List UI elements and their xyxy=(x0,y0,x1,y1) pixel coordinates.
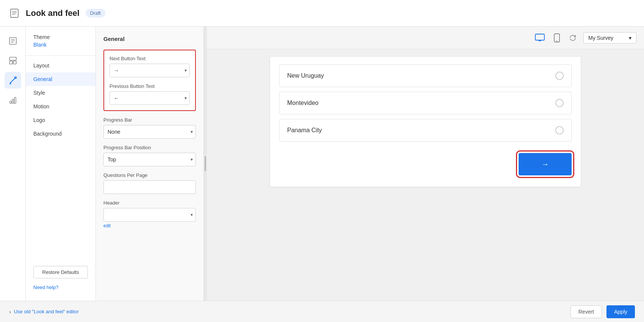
nav-item-logo[interactable]: Logo xyxy=(26,113,95,127)
theme-section: Theme Blank xyxy=(26,34,95,56)
progress-bar-group: Progress Bar None Percentage Steps Ratio… xyxy=(103,117,196,139)
center-settings-panel: General Next Button Text → Next Continue… xyxy=(96,27,204,301)
choice-option-2-text: Montevideo xyxy=(287,100,319,106)
questions-per-page-group: Questions Per Page xyxy=(103,172,196,194)
left-nav-panel: Theme Blank Layout General Style Motion … xyxy=(26,27,96,301)
survey-selector-label: My Survey xyxy=(588,35,613,41)
bottom-bar-chevron-icon[interactable]: › xyxy=(9,309,11,315)
nav-item-background[interactable]: Background xyxy=(26,127,95,141)
header-icon xyxy=(9,8,20,19)
svg-rect-12 xyxy=(10,101,11,103)
prev-button-text-group: Previous Button Text ← Back Previous ▾ xyxy=(109,83,190,105)
prev-button-text-wrapper: ← Back Previous ▾ xyxy=(109,91,190,105)
main-layout: Theme Blank Layout General Style Motion … xyxy=(0,27,644,301)
progress-bar-position-group: Progress Bar Position Top Bottom ▾ xyxy=(103,145,196,166)
sidebar-results-btn[interactable] xyxy=(5,92,21,108)
svg-rect-13 xyxy=(12,99,14,103)
nav-item-style[interactable]: Style xyxy=(26,86,95,100)
choice-option-2-radio xyxy=(555,99,564,107)
progress-bar-position-label: Progress Bar Position xyxy=(103,145,196,150)
svg-rect-9 xyxy=(9,61,13,64)
svg-rect-8 xyxy=(9,57,16,60)
progress-bar-select[interactable]: None Percentage Steps Ratio xyxy=(103,125,196,139)
progress-bar-position-select[interactable]: Top Bottom xyxy=(103,153,196,166)
next-button-preview-arrow: → xyxy=(541,160,549,168)
choice-option-2[interactable]: Montevideo xyxy=(279,92,572,114)
refresh-button[interactable] xyxy=(567,32,579,44)
bottom-actions: Revert Apply xyxy=(571,305,635,318)
desktop-view-button[interactable] xyxy=(533,31,547,44)
center-panel-title: General xyxy=(103,36,196,42)
survey-selector-chevron-icon: ▾ xyxy=(629,35,631,41)
next-button-text-group: Next Button Text → Next Continue ▾ xyxy=(109,56,190,77)
nav-item-motion[interactable]: Motion xyxy=(26,100,95,113)
page-title: Look and feel xyxy=(26,8,80,18)
restore-defaults-button[interactable]: Restore Defaults xyxy=(33,266,88,278)
svg-rect-0 xyxy=(11,9,18,17)
svg-rect-15 xyxy=(535,34,544,40)
progress-bar-label: Progress Bar xyxy=(103,117,196,123)
page-header: Look and feel Draft xyxy=(0,0,644,27)
progress-bar-position-wrapper: Top Bottom ▾ xyxy=(103,153,196,166)
choice-option-3-text: Panama City xyxy=(287,127,322,134)
sidebar-layout-btn[interactable] xyxy=(5,52,21,69)
nav-items-list: Layout General Style Motion Logo Backgro… xyxy=(26,59,95,141)
theme-label: Theme xyxy=(33,34,88,40)
header-select[interactable] xyxy=(103,208,196,222)
next-button-text-select[interactable]: → Next Continue xyxy=(109,64,190,77)
preview-panel: My Survey ▾ New Uruguay Montevideo xyxy=(207,27,644,301)
svg-rect-14 xyxy=(14,97,16,103)
progress-bar-wrapper: None Percentage Steps Ratio ▾ xyxy=(103,125,196,139)
questions-per-page-input[interactable] xyxy=(103,180,196,194)
header-edit-link[interactable]: edit xyxy=(103,223,111,228)
survey-selector[interactable]: My Survey ▾ xyxy=(583,32,636,44)
button-text-section: Next Button Text → Next Continue ▾ Previ… xyxy=(103,50,196,111)
svg-rect-10 xyxy=(13,61,16,64)
need-help-link[interactable]: Need help? xyxy=(26,281,95,293)
divider-handle xyxy=(205,156,206,171)
sidebar-lookandfeel-btn[interactable] xyxy=(5,72,21,89)
header-wrapper: ▾ xyxy=(103,208,196,222)
survey-card-inner: New Uruguay Montevideo Panama City xyxy=(270,57,581,187)
preview-toolbar: My Survey ▾ xyxy=(207,27,644,49)
theme-value[interactable]: Blank xyxy=(33,42,88,48)
draft-badge: Draft xyxy=(86,9,105,17)
next-button-text-wrapper: → Next Continue ▾ xyxy=(109,64,190,77)
next-button-preview[interactable]: → xyxy=(519,153,572,175)
use-old-editor-link[interactable]: Use old "Look and feel" editor xyxy=(14,309,79,314)
choice-option-3-radio xyxy=(555,126,564,134)
preview-content: New Uruguay Montevideo Panama City xyxy=(207,49,644,301)
prev-button-text-select[interactable]: ← Back Previous xyxy=(109,91,190,105)
svg-point-19 xyxy=(556,40,557,41)
icon-sidebar xyxy=(0,27,26,301)
nav-item-layout[interactable]: Layout xyxy=(26,59,95,72)
sidebar-survey-list-btn[interactable] xyxy=(5,33,21,49)
next-button-text-label: Next Button Text xyxy=(109,56,190,61)
choice-option-1-radio xyxy=(555,72,564,80)
mobile-view-button[interactable] xyxy=(552,31,562,45)
header-group: Header ▾ edit xyxy=(103,200,196,229)
revert-button[interactable]: Revert xyxy=(571,305,602,318)
panel-divider xyxy=(204,27,207,301)
header-label: Header xyxy=(103,200,196,206)
bottom-bar: › Use old "Look and feel" editor Revert … xyxy=(0,301,644,322)
nav-item-general[interactable]: General xyxy=(26,72,95,86)
choice-option-3[interactable]: Panama City xyxy=(279,119,572,142)
choice-option-1[interactable]: New Uruguay xyxy=(279,64,572,87)
questions-per-page-label: Questions Per Page xyxy=(103,172,196,178)
survey-card: New Uruguay Montevideo Panama City xyxy=(270,57,581,187)
choice-option-1-text: New Uruguay xyxy=(287,72,324,79)
apply-button[interactable]: Apply xyxy=(606,305,635,318)
prev-button-text-label: Previous Button Text xyxy=(109,83,190,89)
